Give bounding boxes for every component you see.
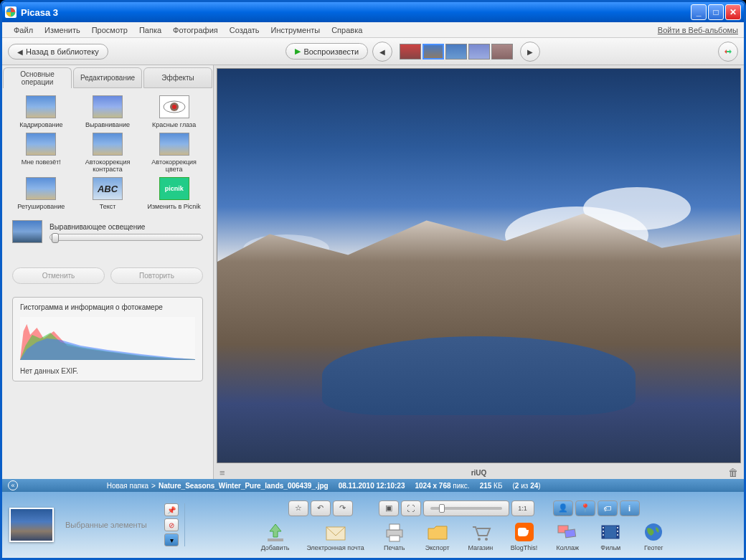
- fill-light-icon: [12, 220, 42, 243]
- next-photo-button[interactable]: [520, 42, 540, 62]
- menu-help[interactable]: Справка: [326, 26, 368, 34]
- lucky-button[interactable]: Мне повезёт!: [9, 133, 73, 173]
- email-icon: [323, 521, 349, 544]
- menu-folder[interactable]: Папка: [133, 26, 167, 34]
- selection-label: Выбранные элементы: [65, 521, 159, 529]
- histogram-panel: Гистограмма и информация о фотокамере Не…: [12, 297, 203, 381]
- clear-button[interactable]: ⊘: [164, 518, 179, 531]
- upload-button[interactable]: Добавить: [261, 521, 290, 551]
- trash-icon[interactable]: 🗑: [728, 467, 738, 478]
- prev-photo-button[interactable]: [372, 42, 392, 62]
- action-label: Электронная почта: [306, 545, 364, 551]
- minimize-button[interactable]: _: [691, 4, 707, 20]
- status-dims-suffix: пикс.: [453, 482, 469, 490]
- status-size-suffix: КБ: [494, 482, 502, 490]
- menu-tools[interactable]: Инструменты: [265, 26, 326, 34]
- tab-label: Эффекты: [161, 74, 194, 82]
- divider: [184, 503, 185, 546]
- rotate-left-button[interactable]: ↶: [311, 500, 331, 516]
- strip-thumb[interactable]: [491, 44, 513, 60]
- hold-button[interactable]: 📌: [164, 503, 179, 516]
- actual-size-button[interactable]: ⛶: [401, 500, 421, 516]
- menu-edit[interactable]: Изменить: [39, 26, 86, 34]
- caption-text[interactable]: riUQ: [471, 469, 487, 477]
- play-label: Воспроизвести: [303, 47, 359, 56]
- svg-rect-7: [389, 524, 400, 530]
- zoom-slider[interactable]: [423, 500, 509, 516]
- tab-basic-fixes[interactable]: Основные операции: [3, 67, 72, 88]
- image-view[interactable]: [217, 68, 741, 463]
- add-to-album-button[interactable]: ▾: [164, 533, 179, 546]
- status-folder: Новая папка: [107, 482, 148, 490]
- one-to-one-button[interactable]: 1:1: [511, 500, 534, 516]
- fill-light-row: Выравнивающее освещение: [2, 217, 213, 246]
- viewer: ≡ riUQ 🗑: [214, 65, 744, 479]
- export-button[interactable]: Экспорт: [425, 521, 450, 551]
- strip-thumb-active[interactable]: [422, 44, 444, 60]
- fit-button[interactable]: ▣: [379, 500, 399, 516]
- geotag-button[interactable]: Геотег: [641, 521, 666, 551]
- movie-button[interactable]: Фильм: [598, 521, 623, 551]
- text-icon: ABC: [93, 177, 123, 200]
- tags-button[interactable]: 🏷: [598, 500, 618, 516]
- straighten-button[interactable]: Выравнивание: [76, 95, 140, 128]
- selection-thumb[interactable]: [9, 508, 54, 542]
- menu-view[interactable]: Просмотр: [86, 26, 133, 34]
- star-button[interactable]: ☆: [288, 500, 308, 516]
- print-button[interactable]: Печать: [382, 521, 407, 551]
- arrow-left-icon: [17, 47, 23, 56]
- undo-button[interactable]: Отменить: [12, 267, 105, 284]
- redeye-button[interactable]: Красные глаза: [142, 95, 206, 128]
- statusbar: « Новая папка > Nature_Seasons_Winter_Pu…: [2, 479, 744, 492]
- svg-point-10: [485, 538, 488, 541]
- autocolor-button[interactable]: Автокоррекция цвета: [142, 133, 206, 173]
- op-label: Текст: [100, 203, 116, 210]
- autocontrast-button[interactable]: Автокоррекция контраста: [76, 133, 140, 173]
- collage-button[interactable]: Коллаж: [554, 521, 580, 551]
- strip-thumb[interactable]: [445, 44, 467, 60]
- crop-button[interactable]: Кадрирование: [9, 95, 73, 128]
- info-button[interactable]: i: [620, 500, 640, 516]
- picnik-button[interactable]: picnikИзменить в Picnik: [142, 177, 206, 210]
- strip-thumb[interactable]: [468, 44, 490, 60]
- cart-icon: [468, 521, 494, 544]
- places-button[interactable]: 📍: [575, 500, 595, 516]
- text-button[interactable]: ABCТекст: [76, 177, 140, 210]
- shop-button[interactable]: Магазин: [468, 521, 494, 551]
- blog-button[interactable]: BlogThis!: [511, 521, 538, 551]
- login-link[interactable]: Войти в Веб-альбомы: [658, 26, 738, 34]
- retouch-button[interactable]: Ретуширование: [9, 177, 73, 210]
- email-button[interactable]: Электронная почта: [306, 521, 364, 551]
- close-button[interactable]: ✕: [725, 4, 741, 20]
- op-label: Мне повезёт!: [22, 158, 61, 166]
- menu-photo[interactable]: Фотография: [167, 26, 224, 34]
- tab-tuning[interactable]: Редактирование: [73, 67, 142, 88]
- histogram-chart: [20, 317, 195, 360]
- menu-file[interactable]: Файл: [8, 26, 39, 34]
- collage-icon: [554, 521, 580, 544]
- menubar: Файл Изменить Просмотр Папка Фотография …: [2, 22, 744, 38]
- status-dimensions: 1024 x 768: [415, 482, 451, 490]
- strip-thumb[interactable]: [400, 44, 421, 60]
- fill-light-slider[interactable]: [49, 234, 203, 241]
- back-to-library-button[interactable]: Назад в библиотеку: [8, 44, 108, 60]
- rotate-right-button[interactable]: ↷: [333, 500, 353, 516]
- slider-knob[interactable]: [52, 233, 59, 243]
- redo-button[interactable]: Повторить: [110, 267, 203, 284]
- op-label: Ретуширование: [17, 203, 65, 210]
- bottom-tray: Выбранные элементы 📌 ⊘ ▾ ☆ ↶ ↷ ▣ ⛶ 1:1 👤…: [2, 492, 744, 558]
- caption-handle-icon[interactable]: ≡: [219, 468, 225, 478]
- collapse-tray-button[interactable]: «: [8, 480, 18, 490]
- share-button[interactable]: [718, 42, 738, 62]
- menu-create[interactable]: Создать: [224, 26, 265, 34]
- play-slideshow-button[interactable]: ▶ Воспроизвести: [285, 43, 368, 60]
- people-button[interactable]: 👤: [553, 500, 573, 516]
- svg-point-9: [478, 538, 481, 541]
- svg-point-18: [603, 531, 604, 532]
- action-label: Печать: [384, 545, 405, 551]
- retouch-icon: [26, 177, 56, 200]
- svg-point-20: [617, 527, 618, 528]
- maximize-button[interactable]: □: [708, 4, 724, 20]
- picnik-icon: picnik: [159, 177, 189, 200]
- tab-effects[interactable]: Эффекты: [143, 67, 212, 88]
